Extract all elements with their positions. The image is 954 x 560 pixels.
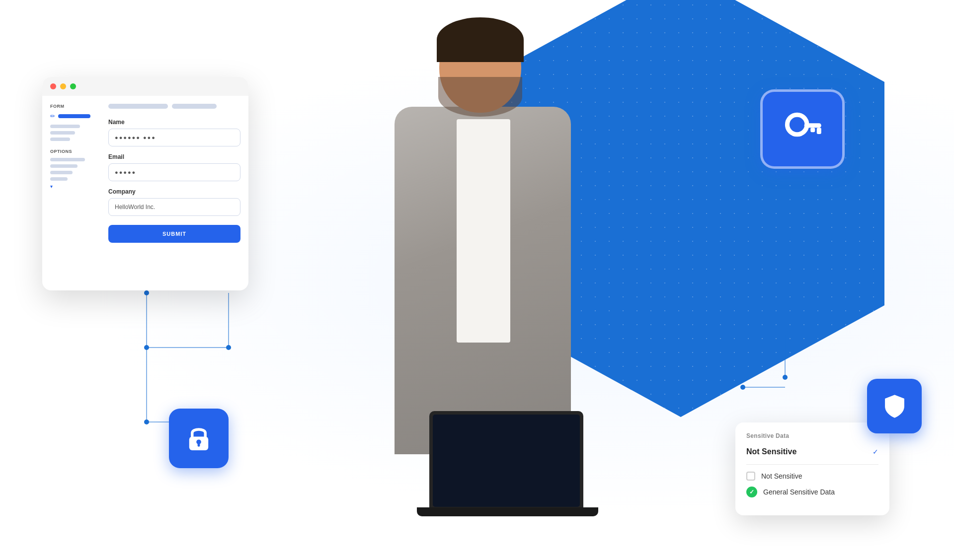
options-bar-2 — [50, 164, 78, 168]
company-label: Company — [108, 188, 240, 195]
top-bar-1 — [108, 104, 168, 109]
sidebar-bar-3 — [50, 138, 70, 141]
key-icon — [780, 107, 825, 151]
sidebar-bar-2 — [50, 131, 75, 135]
chevron-down-icon: ✓ — [873, 448, 878, 456]
window-close-dot — [50, 83, 56, 89]
sensitive-selected-value: Not Sensitive — [746, 447, 796, 456]
company-input[interactable]: HelloWorld Inc. — [108, 198, 240, 216]
email-input[interactable]: ●●●●● — [108, 163, 240, 181]
sensitive-card-title: Sensitive Data — [746, 432, 878, 439]
laptop-base — [417, 507, 598, 516]
option-label-1: Not Sensitive — [761, 472, 802, 480]
person-shirt — [457, 119, 510, 343]
pencil-icon: ✏ — [50, 113, 55, 120]
svg-rect-17 — [817, 128, 821, 134]
sensitive-selected-row[interactable]: Not Sensitive ✓ — [746, 447, 878, 456]
window-maximize-dot — [70, 83, 76, 89]
form-active-row: ✏ — [50, 113, 102, 120]
sensitive-divider — [746, 464, 878, 465]
email-label: Email — [108, 153, 240, 160]
sidebar-bar-1 — [50, 125, 80, 128]
option-label-2: General Sensitive Data — [763, 488, 835, 496]
laptop-device — [429, 411, 583, 510]
lock-icon — [184, 423, 214, 453]
name-value: ●●●●●● ●●● — [115, 135, 156, 140]
svg-rect-21 — [198, 443, 200, 447]
sensitive-option-2[interactable]: ✓ General Sensitive Data — [746, 487, 878, 497]
company-value: HelloWorld Inc. — [115, 204, 155, 210]
name-label: Name — [108, 119, 240, 126]
person-photo — [310, 0, 658, 560]
options-dropdown-icon: ▾ — [50, 184, 102, 189]
shield-icon — [881, 393, 908, 420]
sensitive-option-1[interactable]: Not Sensitive — [746, 472, 878, 481]
laptop-screen — [433, 415, 580, 507]
person-beard — [438, 77, 522, 117]
shield-card — [867, 379, 922, 433]
svg-rect-16 — [804, 123, 821, 128]
form-body: FORM ✏ OPTIONS ▾ Name ●●●●●● ●●● — [42, 96, 248, 251]
option-check-green-2[interactable]: ✓ — [746, 487, 757, 497]
form-card: FORM ✏ OPTIONS ▾ Name ●●●●●● ●●● — [42, 77, 248, 290]
options-bar-3 — [50, 171, 73, 174]
form-main: Name ●●●●●● ●●● Email ●●●●● Company Hell… — [108, 104, 240, 243]
options-label: OPTIONS — [50, 149, 102, 154]
lock-card — [169, 409, 229, 468]
active-bar — [58, 114, 90, 118]
svg-rect-18 — [810, 128, 815, 132]
form-sidebar: FORM ✏ OPTIONS ▾ — [50, 104, 102, 243]
window-minimize-dot — [60, 83, 66, 89]
key-card — [760, 89, 845, 169]
form-titlebar — [42, 77, 248, 96]
options-bar-4 — [50, 177, 68, 181]
check-mark-icon: ✓ — [749, 489, 754, 495]
submit-button[interactable]: SUBMIT — [108, 225, 240, 243]
top-bar-2 — [172, 104, 217, 109]
email-value: ●●●●● — [115, 169, 136, 175]
options-bar-1 — [50, 158, 85, 161]
person-hair — [437, 17, 524, 62]
sensitive-data-card: Sensitive Data Not Sensitive ✓ Not Sensi… — [735, 422, 889, 515]
form-label: FORM — [50, 104, 102, 109]
option-checkbox-1[interactable] — [746, 472, 755, 481]
svg-point-15 — [787, 115, 807, 135]
form-top-decorations — [108, 104, 240, 109]
name-input[interactable]: ●●●●●● ●●● — [108, 129, 240, 146]
